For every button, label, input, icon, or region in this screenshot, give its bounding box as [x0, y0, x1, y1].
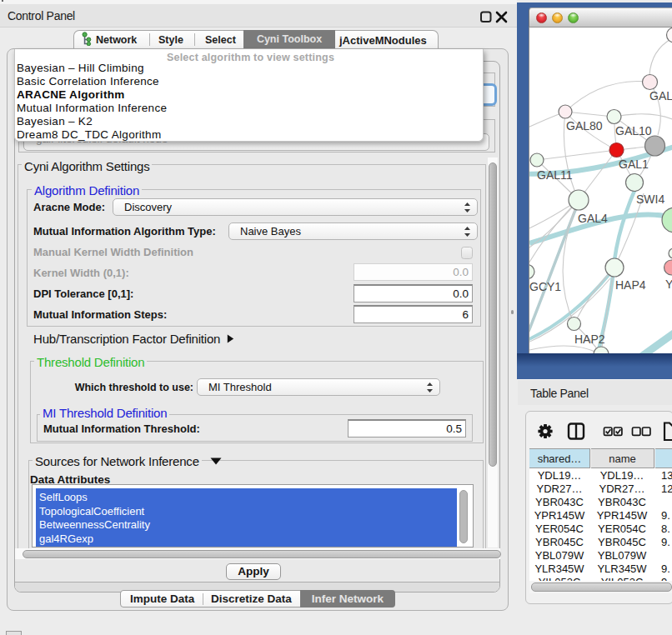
svg-text:Y: Y [665, 278, 672, 291]
svg-text:SWI4: SWI4 [636, 192, 664, 206]
svg-text:GCY1: GCY1 [529, 280, 561, 293]
svg-text:HAP4: HAP4 [615, 278, 646, 292]
svg-text:GAL4: GAL4 [578, 212, 608, 225]
svg-text:GAL80: GAL80 [566, 119, 603, 132]
svg-text:GAL10: GAL10 [615, 124, 652, 138]
svg-text:GAL11: GAL11 [537, 168, 573, 182]
svg-text:GAL: GAL [649, 89, 672, 102]
svg-text:HAP2: HAP2 [574, 332, 605, 346]
svg-text:GAL1: GAL1 [619, 158, 649, 171]
